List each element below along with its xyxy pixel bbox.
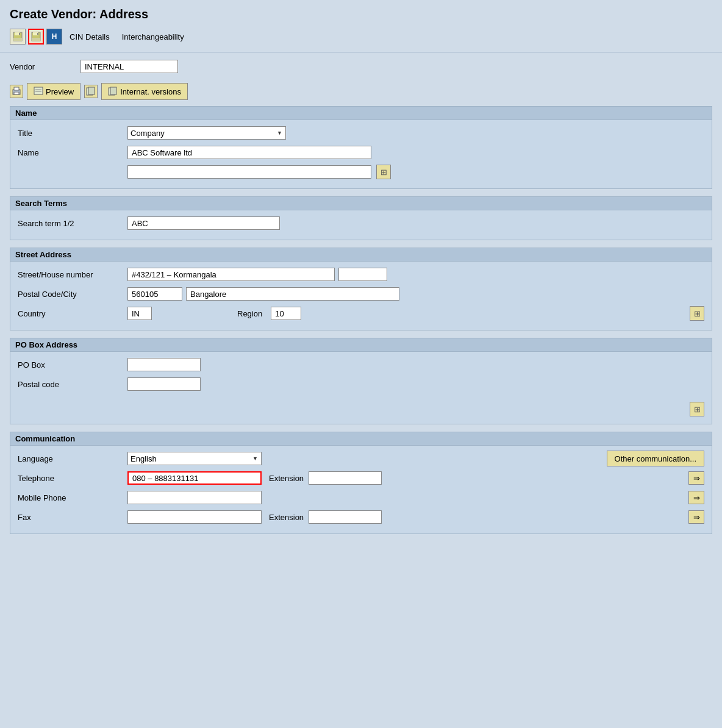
po-box-label: PO Box — [18, 360, 127, 369]
name-row: Name — [18, 145, 704, 160]
telephone-row: Telephone Extension ⇒ — [18, 470, 704, 486]
name-label: Name — [18, 148, 127, 157]
search-term-row: Search term 1/2 — [18, 215, 704, 231]
country-expand-icon[interactable]: ⊞ — [690, 306, 704, 321]
vendor-row: Vendor — [10, 60, 712, 73]
language-row: Language English Other communication... — [18, 451, 704, 466]
name-input-2[interactable] — [127, 165, 371, 179]
mobile-arrow-btn[interactable]: ⇒ — [688, 491, 704, 504]
search-terms-header: Search Terms — [10, 197, 712, 210]
po-box-header: PO Box Address — [10, 338, 712, 352]
name-section-header: Name — [10, 107, 712, 120]
title-bar: Create Vendor: Address — [0, 0, 722, 52]
fax-input[interactable] — [127, 510, 262, 524]
postal-code-input[interactable] — [127, 287, 182, 301]
svg-rect-1 — [15, 32, 20, 35]
page-title: Create Vendor: Address — [10, 7, 712, 21]
main-toolbar: H CIN Details Interchangeability — [10, 26, 712, 47]
cin-details-menu[interactable]: CIN Details — [65, 31, 115, 43]
name-expand-icon[interactable]: ⊞ — [376, 165, 391, 179]
preview-button[interactable]: Preview — [27, 83, 80, 100]
name-row-2: ⊞ — [18, 164, 704, 180]
fax-extension-label: Extension — [269, 513, 304, 522]
po-postal-input[interactable] — [127, 377, 201, 391]
content-area: Vendor Preview — [0, 52, 722, 549]
country-input[interactable] — [127, 307, 152, 320]
street-address-section: Street Address Street/House number Posta… — [10, 248, 712, 330]
fax-label: Fax — [18, 513, 127, 522]
svg-rect-5 — [33, 32, 38, 35]
title-label: Title — [18, 129, 127, 138]
print-icon[interactable] — [10, 85, 23, 98]
svg-rect-9 — [14, 87, 19, 90]
svg-rect-3 — [19, 33, 20, 35]
fax-extension-input[interactable] — [309, 510, 382, 524]
svg-rect-11 — [34, 87, 43, 95]
city-input[interactable] — [186, 287, 399, 301]
language-label: Language — [18, 454, 127, 463]
vendor-input[interactable] — [80, 60, 178, 73]
mobile-label: Mobile Phone — [18, 493, 127, 502]
versions-icon[interactable] — [84, 85, 98, 98]
communication-header: Communication — [10, 432, 712, 446]
communication-section: Communication Language English Other com… — [10, 432, 712, 534]
po-box-input[interactable] — [127, 358, 201, 371]
telephone-label: Telephone — [18, 474, 127, 483]
region-input[interactable] — [271, 307, 301, 320]
svg-rect-10 — [14, 92, 19, 95]
country-label: Country — [18, 309, 127, 318]
svg-rect-2 — [13, 38, 22, 41]
telephone-input[interactable] — [127, 471, 262, 485]
street-address-body: Street/House number Postal Code/City Cou… — [10, 262, 712, 330]
name-input-1[interactable] — [127, 146, 371, 159]
fax-row: Fax Extension ⇒ — [18, 509, 704, 525]
interchangeability-menu[interactable]: Interchangeability — [117, 31, 189, 43]
svg-rect-17 — [110, 87, 116, 95]
extension-label: Extension — [269, 474, 304, 483]
title-row: Title Company — [18, 125, 704, 141]
mobile-row: Mobile Phone ⇒ — [18, 490, 704, 505]
search-terms-section: Search Terms Search term 1/2 — [10, 196, 712, 240]
svg-rect-6 — [32, 38, 40, 41]
internat-versions-label: Internat. versions — [120, 87, 181, 96]
postal-city-label: Postal Code/City — [18, 290, 127, 299]
other-communication-button[interactable]: Other communication... — [607, 451, 704, 466]
fax-arrow-btn[interactable]: ⇒ — [688, 510, 704, 524]
house-number-input[interactable] — [338, 268, 387, 281]
po-box-body: PO Box Postal code ⊞ — [10, 352, 712, 424]
action-toolbar: Preview Internat. versions — [10, 83, 712, 100]
language-select-wrapper: English — [127, 452, 262, 465]
region-group: Region — [237, 307, 301, 320]
help-icon[interactable]: H — [46, 29, 62, 45]
name-section-body: Title Company Name ⊞ — [10, 120, 712, 188]
language-select[interactable]: English — [127, 452, 262, 465]
search-term-label: Search term 1/2 — [18, 219, 127, 228]
save-icon[interactable] — [10, 29, 26, 45]
po-postal-row: Postal code — [18, 376, 704, 392]
mobile-input[interactable] — [127, 491, 262, 504]
postal-city-row: Postal Code/City — [18, 286, 704, 302]
highlighted-icon[interactable] — [28, 29, 44, 45]
po-box-section: PO Box Address PO Box Postal code ⊞ — [10, 338, 712, 424]
internat-versions-button[interactable]: Internat. versions — [101, 83, 188, 100]
telephone-arrow-btn[interactable]: ⇒ — [688, 471, 704, 485]
search-term-input[interactable] — [127, 216, 280, 230]
street-label: Street/House number — [18, 270, 127, 279]
telephone-extension-input[interactable] — [309, 471, 382, 485]
region-label: Region — [237, 309, 262, 318]
name-section: Name Title Company Name — [10, 106, 712, 189]
country-row: Country Region ⊞ — [18, 305, 704, 321]
street-input[interactable] — [127, 268, 335, 281]
po-box-row: PO Box — [18, 357, 704, 373]
search-terms-body: Search term 1/2 — [10, 210, 712, 240]
street-row: Street/House number — [18, 266, 704, 282]
po-postal-label: Postal code — [18, 380, 127, 389]
title-select-wrapper: Company — [127, 126, 286, 140]
preview-label: Preview — [46, 87, 74, 96]
communication-body: Language English Other communication... … — [10, 446, 712, 534]
vendor-label: Vendor — [10, 62, 71, 71]
svg-rect-7 — [37, 33, 38, 35]
title-select[interactable]: Company — [127, 126, 286, 140]
po-box-expand-icon[interactable]: ⊞ — [690, 402, 704, 416]
svg-rect-15 — [88, 87, 95, 95]
